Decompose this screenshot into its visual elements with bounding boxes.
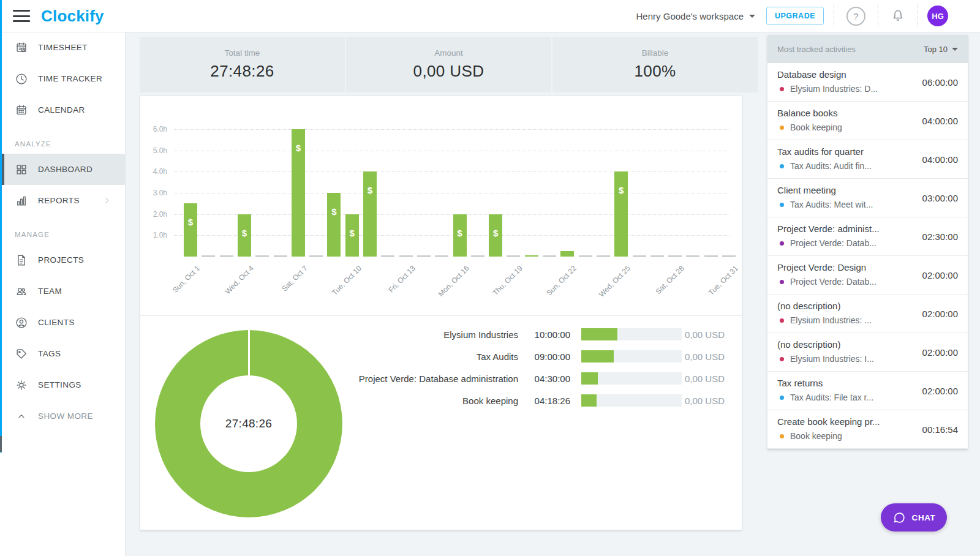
x-axis-tick-label: Wed, Oct 25 (590, 264, 632, 306)
team-icon (15, 285, 28, 298)
workspace-selector[interactable]: Henry Goode's workspace (636, 11, 755, 21)
axis-zero-dash (435, 255, 448, 257)
chevron-down-icon (749, 15, 755, 18)
chat-button[interactable]: CHAT (881, 503, 947, 532)
sidebar-scrollbar-thumb[interactable] (0, 436, 2, 452)
x-axis-tick-label: Sun, Oct 1 (159, 264, 202, 306)
stat-billable: Billable100% (552, 37, 758, 92)
topbar-divider (918, 4, 918, 28)
sidebar-item-calendar[interactable]: CALENDAR (0, 94, 125, 126)
topbar-divider (834, 4, 834, 28)
stat-value: 0,00 USD (413, 62, 484, 81)
tags-icon (15, 347, 28, 361)
y-axis-tick-label: 1.0h (143, 231, 167, 239)
x-axis-tick-label: Sat, Oct 28 (644, 264, 686, 306)
chevron-down-icon (952, 48, 958, 51)
gridline (174, 129, 729, 130)
activity-title: (no description) (777, 333, 912, 350)
activity-project-name: Elysium Industries: ... (790, 315, 872, 325)
projects-icon (15, 254, 28, 267)
notifications-bell-icon[interactable] (891, 9, 905, 23)
activity-title: Project Verde: administ... (777, 217, 912, 234)
activity-time: 03:00:00 (922, 179, 958, 217)
y-axis-tick-label: 6.0h (143, 125, 167, 133)
stat-label: Billable (642, 48, 669, 58)
y-axis-tick-label: 5.0h (143, 146, 167, 155)
activity-time: 06:00:00 (922, 63, 958, 101)
bar-oct-9: $ (327, 193, 341, 257)
activity-title: Tax audits for quarter (777, 140, 912, 157)
legend-time: 09:00:00 (524, 351, 570, 362)
sidebar-item-label: TEAM (38, 287, 62, 296)
project-color-dot (780, 203, 784, 207)
axis-zero-dash (633, 255, 646, 257)
left-accent-stripe (0, 0, 2, 453)
sidebar-item-time-tracker[interactable]: TIME TRACKER (0, 63, 125, 94)
help-icon[interactable]: ? (846, 7, 865, 26)
project-color-dot (780, 434, 784, 438)
timesheet-icon (15, 41, 28, 54)
upgrade-button[interactable]: UPGRADE (766, 7, 824, 25)
axis-zero-dash (668, 255, 682, 257)
axis-zero-dash (597, 255, 610, 257)
sidebar-item-tags[interactable]: TAGS (0, 338, 125, 369)
sidebar-item-timesheet[interactable]: TIMESHEET (0, 32, 125, 63)
activity-project-name: Project Verde: Datab... (790, 277, 876, 287)
project-color-dot (780, 126, 784, 130)
reports-icon (15, 194, 28, 208)
legend-progress-track (581, 350, 682, 363)
top-10-filter-dropdown[interactable]: Top 10 (924, 45, 958, 54)
sidebar-section-label-analyze: ANALYZE (0, 126, 125, 154)
sidebar-item-clients[interactable]: CLIENTS (0, 307, 125, 338)
project-color-dot (780, 164, 784, 168)
sidebar-item-dashboard[interactable]: DASHBOARD (0, 154, 125, 185)
sidebar-item-show-more[interactable]: SHOW MORE (0, 400, 125, 432)
bar-oct-7: $ (292, 129, 305, 257)
activity-time: 02:00:00 (922, 256, 958, 294)
gridline (174, 214, 729, 215)
activity-item-6: Project Verde: DesignProject Verde: Data… (767, 256, 968, 295)
sidebar-item-label: CLIENTS (38, 318, 75, 327)
activity-title: Create book keeping pr... (777, 410, 912, 427)
gridline (174, 171, 729, 172)
sidebar-item-projects[interactable]: PROJECTS (0, 244, 125, 276)
billable-dollar-label: $ (345, 228, 359, 238)
billable-dollar-label: $ (363, 185, 377, 195)
project-color-dot (780, 318, 784, 323)
activity-item-4: Client meetingTax Audits: Meet wit...03:… (767, 179, 968, 217)
legend-row-tax-audits: Tax Audits09:00:000,00 USD (281, 345, 725, 367)
activity-title: (no description) (777, 295, 912, 311)
legend-progress-fill (581, 328, 617, 340)
legend-row-project-verde-database-administration: Project Verde: Database administration04… (281, 367, 725, 389)
billable-dollar-label: $ (614, 185, 628, 195)
axis-zero-dash (579, 255, 592, 257)
settings-icon (15, 378, 28, 392)
most-tracked-activities-panel: Most tracked activities Top 10 Database … (767, 35, 968, 449)
sidebar-item-label: TAGS (38, 349, 61, 358)
sidebar-item-team[interactable]: TEAM (0, 276, 125, 307)
topbar-actions: Henry Goode's workspace UPGRADE ? HG (636, 4, 980, 28)
bar-oct-20 (525, 255, 538, 257)
activities-panel-title: Most tracked activities (777, 45, 856, 54)
gridline (174, 193, 729, 193)
axis-zero-dash (704, 255, 718, 257)
project-legend: Elysium Industries10:00:000,00 USDTax Au… (281, 323, 725, 411)
chat-button-label: CHAT (912, 513, 936, 522)
x-axis-tick-label: Sat, Oct 7 (266, 264, 309, 306)
billable-dollar-label: $ (238, 228, 251, 238)
legend-row-elysium-industries: Elysium Industries10:00:000,00 USD (281, 323, 725, 345)
sidebar-item-reports[interactable]: REPORTS (0, 185, 125, 216)
x-axis-tick-label: Wed, Oct 4 (213, 264, 255, 306)
hamburger-menu-icon[interactable] (13, 10, 30, 22)
legend-amount: 0,00 USD (682, 329, 725, 340)
sidebar-item-settings[interactable]: SETTINGS (0, 369, 125, 400)
legend-time: 04:30:00 (524, 374, 570, 384)
donut-total-time-label: 27:48:26 (155, 330, 342, 517)
activity-title: Balance books (777, 102, 912, 118)
sidebar-item-label: TIMESHEET (38, 43, 88, 52)
activities-panel-header: Most tracked activities Top 10 (767, 35, 968, 63)
user-avatar[interactable]: HG (927, 6, 948, 26)
billable-dollar-label: $ (453, 228, 467, 238)
activity-item-1: Database designElysium Industries: D...0… (767, 63, 968, 102)
activity-item-8: (no description)Elysium Industries: I...… (767, 333, 968, 372)
